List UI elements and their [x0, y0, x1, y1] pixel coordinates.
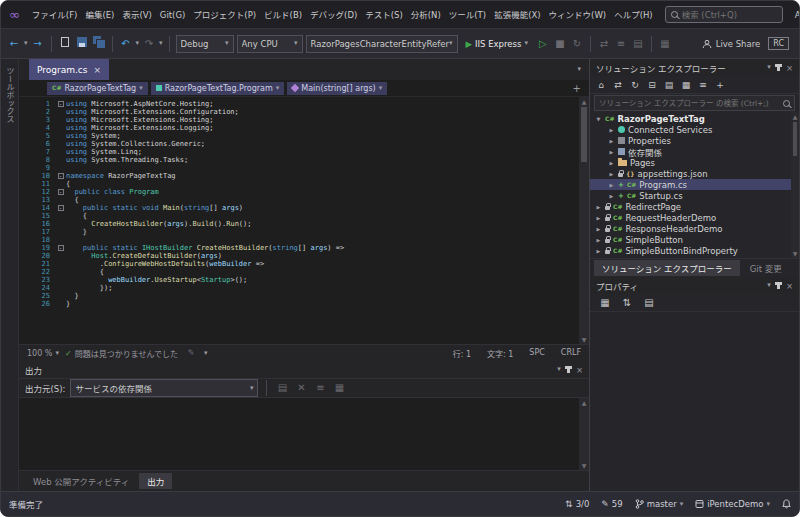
live-share-button[interactable]: Live Share — [716, 39, 761, 49]
output-content[interactable]: ▲ ▼ — [19, 398, 589, 470]
word-wrap-icon[interactable]: ≡ — [313, 379, 327, 397]
scroll-up-icon[interactable]: ▲ — [582, 97, 587, 106]
code-line[interactable]: 6using System.Collections.Generic; — [19, 140, 589, 148]
panel-tab[interactable]: Web 公開アクティビティ — [25, 473, 137, 489]
menu-item[interactable]: 拡張機能(X) — [490, 1, 544, 29]
code-line[interactable]: 11{ — [19, 180, 589, 188]
git-branch-selector[interactable]: master ▾ — [635, 499, 684, 509]
tree-item[interactable]: ▶+C#Startup.cs — [590, 190, 799, 201]
tree-item[interactable]: ▶C#ResponseHeaderDemo — [590, 223, 799, 234]
code-line[interactable]: 12- public class Program — [19, 188, 589, 196]
preview-selected-items-icon[interactable]: ≡ — [698, 76, 708, 94]
pending-changes[interactable]: ✎ 59 — [601, 499, 622, 509]
panel-tab[interactable]: 出力 — [139, 473, 172, 489]
close-icon[interactable]: × — [786, 63, 793, 73]
scroll-down-icon[interactable]: ▼ — [582, 461, 587, 470]
save-button[interactable] — [75, 35, 89, 53]
solution-search-input[interactable] — [599, 99, 779, 108]
expand-arrow-icon[interactable]: ▶ — [608, 127, 615, 133]
add-item-icon[interactable]: + — [715, 76, 725, 94]
toolbox-side-tab[interactable]: ツールボックス — [1, 59, 19, 491]
expand-arrow-icon[interactable]: ▶ — [595, 248, 602, 254]
code-line[interactable]: 5using System; — [19, 132, 589, 140]
scrollbar-thumb[interactable] — [581, 107, 587, 162]
zoom-combo[interactable]: 100 % ▾ — [27, 349, 59, 358]
platform-combo[interactable]: Any CPU ▾ — [237, 35, 303, 53]
pin-icon[interactable] — [567, 366, 570, 373]
chevron-down-icon[interactable]: ▾ — [159, 40, 163, 47]
code-line[interactable]: 26} — [19, 300, 589, 308]
menu-item[interactable]: 分析(N) — [407, 1, 445, 29]
code-line[interactable]: 20 Host.CreateDefaultBuilder(args) — [19, 252, 589, 260]
solution-search-box[interactable] — [594, 95, 795, 111]
expand-arrow-icon[interactable]: ▶ — [608, 193, 615, 199]
tab-program-cs[interactable]: Program.cs × — [29, 59, 109, 80]
scroll-up-icon[interactable]: ▲ — [582, 398, 587, 407]
expand-arrow-icon[interactable]: ▶ — [608, 149, 615, 155]
code-line[interactable]: 14- public static void Main(string[] arg… — [19, 204, 589, 212]
code-line[interactable]: 17 } — [19, 228, 589, 236]
expand-arrow-icon[interactable]: ▶ — [595, 237, 602, 243]
code-line[interactable]: 13 { — [19, 196, 589, 204]
tree-item[interactable]: ▼C#RazorPageTextTag — [590, 113, 799, 124]
output-vertical-scrollbar[interactable]: ▲ ▼ — [579, 398, 589, 470]
hot-reload-icon[interactable]: ⇄ — [597, 35, 611, 53]
scroll-down-icon[interactable]: ▼ — [582, 335, 587, 344]
notifications-bell-icon[interactable] — [782, 499, 791, 509]
debug-configuration-combo[interactable]: Debug ▾ — [176, 35, 234, 53]
find-in-files-icon[interactable]: ▤ — [631, 35, 645, 53]
step-commands-icon[interactable]: ≡ — [614, 35, 628, 53]
panel-tab[interactable]: ソリューション エクスプローラー — [594, 260, 740, 276]
pin-icon[interactable] — [777, 282, 780, 289]
output-source-combo[interactable]: サービスの依存関係 ▾ — [70, 379, 258, 397]
properties-icon[interactable]: ▦ — [681, 76, 691, 94]
quick-search-box[interactable] — [665, 6, 783, 23]
code-line[interactable]: 19- public static IHostBuilder CreateHos… — [19, 244, 589, 252]
expand-arrow-icon[interactable]: ▶ — [608, 182, 615, 188]
code-cleanup-icon[interactable]: ✎ — [184, 344, 198, 362]
code-line[interactable]: 22 { — [19, 268, 589, 276]
code-line[interactable]: 3using Microsoft.Extensions.Hosting; — [19, 116, 589, 124]
fold-toggle[interactable]: - — [58, 189, 64, 195]
fold-toggle[interactable]: - — [58, 205, 64, 211]
menu-item[interactable]: Git(G) — [156, 1, 190, 29]
fold-toggle[interactable]: - — [58, 245, 64, 251]
git-sync-status[interactable]: ⇅ 3/0 — [565, 499, 589, 509]
code-line[interactable]: 1-using Microsoft.AspNetCore.Hosting; — [19, 100, 589, 108]
menu-item[interactable]: デバッグ(D) — [306, 1, 361, 29]
start-without-debugging-button[interactable]: ▷ — [536, 35, 550, 53]
navigate-back-button[interactable]: ← — [7, 35, 21, 53]
expand-arrow-icon[interactable]: ▼ — [595, 116, 602, 122]
code-line[interactable]: 16 CreateHostBuilder(args).Build().Run()… — [19, 220, 589, 228]
window-position-icon[interactable]: ▾ — [767, 282, 771, 289]
code-line[interactable]: 18 — [19, 236, 589, 244]
code-line[interactable]: 8using System.Threading.Tasks; — [19, 156, 589, 164]
tree-item[interactable]: ▶依存関係 — [590, 146, 799, 157]
window-position-icon[interactable]: ▾ — [767, 64, 771, 71]
property-pages-icon[interactable]: ▤ — [642, 294, 656, 312]
expand-arrow-icon[interactable]: ▶ — [608, 160, 615, 166]
tree-item[interactable]: ▶C#RedirectPage — [590, 201, 799, 212]
editor-vertical-scrollbar[interactable]: ▲ ▼ — [579, 97, 589, 344]
breadcrumb-item[interactable]: RazorPageTextTag.Program▾ — [151, 82, 285, 95]
fold-toggle[interactable]: - — [58, 173, 64, 179]
pin-icon[interactable] — [777, 64, 780, 71]
health-indicator[interactable]: ✓ 問題は見つかりませんでした — [65, 348, 178, 359]
code-line[interactable]: 25 } — [19, 292, 589, 300]
collapse-all-icon[interactable]: ⊟ — [647, 76, 657, 94]
redo-button[interactable]: ↷ — [142, 35, 156, 53]
code-line[interactable]: 24 }); — [19, 284, 589, 292]
tree-item[interactable]: ▶{}appsettings.json — [590, 168, 799, 179]
tree-vertical-scrollbar[interactable]: ▲ ▼ — [791, 112, 799, 258]
toggle-output-icon[interactable]: ▦ — [332, 379, 346, 397]
alphabetical-icon[interactable]: ⇅ — [620, 294, 634, 312]
categorized-icon[interactable]: ▦ — [598, 294, 612, 312]
tree-item[interactable]: ▶C#SimpleButtonBindProperty — [590, 245, 799, 256]
git-repo-selector[interactable]: iPentecDemo ▾ — [695, 499, 770, 509]
active-files-dropdown-icon[interactable]: ▾ — [577, 66, 581, 73]
goto-message-icon[interactable]: ▤ — [275, 379, 289, 397]
panel-tab[interactable]: Git 変更 — [742, 260, 790, 276]
code-line[interactable]: 7using System.Linq; — [19, 148, 589, 156]
show-all-files-icon[interactable]: ▤ — [664, 76, 674, 94]
close-icon[interactable]: × — [93, 65, 101, 75]
